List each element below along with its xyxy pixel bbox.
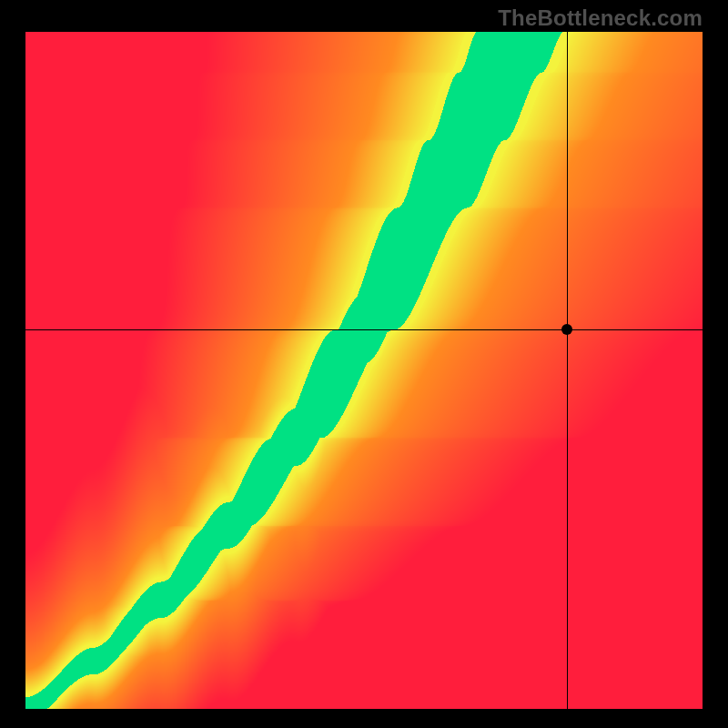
crosshair-vertical — [567, 32, 568, 709]
chart-frame: TheBottleneck.com — [0, 0, 728, 728]
marker-dot — [561, 324, 572, 335]
crosshair-horizontal — [25, 329, 703, 330]
watermark-text: TheBottleneck.com — [498, 5, 703, 31]
bottleneck-heatmap — [25, 32, 703, 709]
